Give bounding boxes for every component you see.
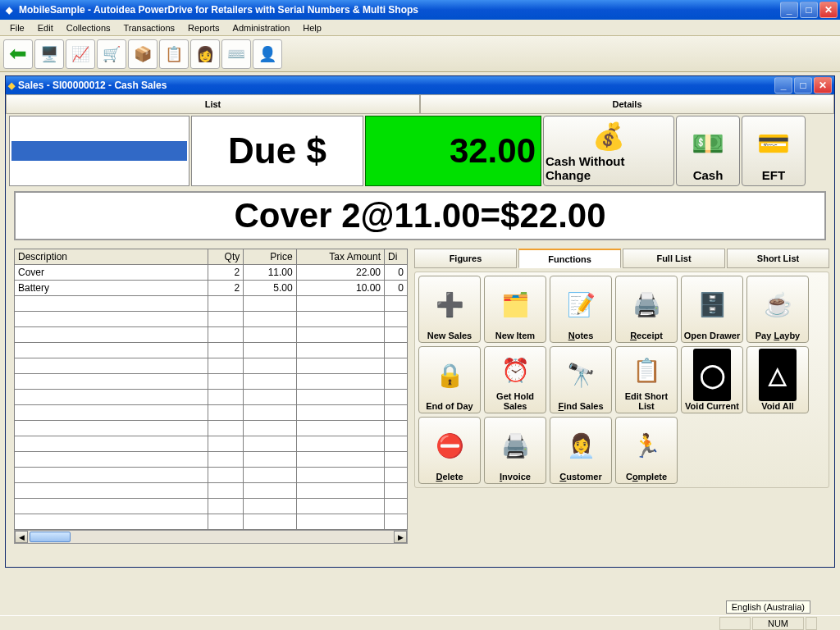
close-icon[interactable]: ✕ bbox=[819, 2, 838, 18]
invoice-printer-icon: 🖨️ bbox=[501, 419, 530, 472]
customer-button[interactable]: 👩‍💼Customer bbox=[550, 417, 612, 484]
cart-icon[interactable]: 🛒 bbox=[97, 39, 126, 69]
table-row[interactable] bbox=[15, 499, 408, 514]
table-row[interactable] bbox=[15, 405, 408, 421]
moneybag-icon: 💰 bbox=[592, 118, 625, 154]
maximize-icon[interactable]: □ bbox=[800, 2, 818, 18]
clipboard-icon: 📋 bbox=[632, 349, 661, 391]
table-cell bbox=[15, 468, 208, 483]
blue-selection-bar bbox=[11, 141, 187, 161]
table-row[interactable] bbox=[15, 514, 408, 530]
tab-details[interactable]: Details bbox=[420, 94, 834, 114]
inner-close-icon[interactable]: ✕ bbox=[814, 77, 832, 94]
table-row[interactable] bbox=[15, 468, 408, 483]
table-row[interactable] bbox=[15, 390, 408, 405]
table-cell bbox=[296, 483, 384, 499]
table-row[interactable] bbox=[15, 483, 408, 499]
edit-short-list-button[interactable]: 📋Edit Short List bbox=[615, 346, 678, 413]
table-row[interactable]: Cover211.0022.000 bbox=[15, 265, 408, 281]
new-item-button[interactable]: 🗂️New Item bbox=[484, 276, 546, 343]
inner-maximize-icon[interactable]: □ bbox=[794, 77, 812, 94]
table-cell bbox=[385, 296, 408, 312]
table-row[interactable] bbox=[15, 343, 408, 358]
menu-file[interactable]: File bbox=[3, 21, 31, 34]
tab-list[interactable]: List bbox=[6, 94, 420, 114]
new-sales-button[interactable]: ➕New Sales bbox=[418, 276, 481, 343]
eft-button[interactable]: 💳 EFT bbox=[742, 116, 806, 186]
scroll-thumb[interactable] bbox=[30, 532, 71, 542]
cash-button[interactable]: 💵 Cash bbox=[676, 116, 740, 186]
status-num: NUM bbox=[752, 617, 804, 630]
table-cell bbox=[244, 499, 296, 514]
col-description[interactable]: Description bbox=[15, 249, 208, 265]
table-cell bbox=[208, 499, 244, 514]
col-tax-amount[interactable]: Tax Amount bbox=[296, 249, 384, 265]
table-row[interactable] bbox=[15, 296, 408, 312]
scroll-left-icon[interactable]: ◀ bbox=[15, 531, 28, 543]
table-row[interactable] bbox=[15, 327, 408, 343]
menu-help[interactable]: Help bbox=[296, 21, 328, 34]
table-cell bbox=[15, 312, 208, 327]
inner-minimize-icon[interactable]: _ bbox=[774, 77, 792, 94]
tab-short-list[interactable]: Short List bbox=[727, 249, 829, 268]
scroll-right-icon[interactable]: ▶ bbox=[394, 531, 407, 543]
table-cell bbox=[208, 374, 244, 390]
table-row[interactable] bbox=[15, 312, 408, 327]
tab-full-list[interactable]: Full List bbox=[623, 249, 725, 268]
end-of-day-button[interactable]: 🔒End of Day bbox=[418, 346, 481, 413]
table-row[interactable] bbox=[15, 374, 408, 390]
menu-collections[interactable]: Collections bbox=[60, 21, 117, 34]
col-qty[interactable]: Qty bbox=[208, 249, 244, 265]
table-cell bbox=[385, 452, 408, 468]
keyboard-icon[interactable]: ⌨️ bbox=[221, 39, 251, 69]
menu-administration[interactable]: Administration bbox=[226, 21, 297, 34]
notes-icon: 📝 bbox=[567, 278, 596, 331]
terminal-icon[interactable]: 🖥️ bbox=[34, 39, 64, 69]
due-browse-bar[interactable] bbox=[9, 116, 189, 186]
table-cell bbox=[244, 514, 296, 530]
back-icon[interactable]: ⬅ bbox=[3, 39, 33, 69]
table-cell: 22.00 bbox=[296, 265, 384, 281]
table-row[interactable] bbox=[15, 358, 408, 374]
pay-layby-button[interactable]: ☕Pay Layby bbox=[746, 276, 809, 343]
chart-icon[interactable]: 📈 bbox=[66, 39, 95, 69]
table-cell bbox=[244, 452, 296, 468]
table-row[interactable]: Battery25.0010.000 bbox=[15, 281, 408, 296]
agent-icon[interactable]: 👩 bbox=[190, 39, 220, 69]
invoice-button[interactable]: 🖨️Invoice bbox=[484, 417, 546, 484]
col-price[interactable]: Price bbox=[244, 249, 296, 265]
void-current-button[interactable]: ◯Void Current bbox=[681, 346, 743, 413]
get-hold-sales-button[interactable]: ⏰Get Hold Sales bbox=[484, 346, 546, 413]
notes-button[interactable]: 📝Notes bbox=[550, 276, 612, 343]
tab-figures[interactable]: Figures bbox=[414, 249, 517, 268]
menu-reports[interactable]: Reports bbox=[181, 21, 226, 34]
menu-transactions[interactable]: Transactions bbox=[117, 21, 182, 34]
table-row[interactable] bbox=[15, 421, 408, 436]
receipt-button[interactable]: 🖨️Receipt bbox=[615, 276, 678, 343]
items-table[interactable]: Description Qty Price Tax Amount Di Cove… bbox=[14, 249, 408, 530]
table-cell bbox=[296, 312, 384, 327]
sub-tabs: Figures Functions Full List Short List bbox=[414, 249, 829, 268]
table-cell bbox=[244, 358, 296, 374]
cubes-icon[interactable]: 📦 bbox=[128, 39, 158, 69]
open-drawer-button[interactable]: 🗄️Open Drawer bbox=[681, 276, 743, 343]
minimize-icon[interactable]: _ bbox=[780, 2, 798, 18]
cash-without-change-button[interactable]: 💰 Cash Without Change bbox=[543, 116, 674, 186]
person-icon[interactable]: 👤 bbox=[253, 39, 282, 69]
table-cell: 2 bbox=[208, 265, 244, 281]
delete-button[interactable]: ⛔Delete bbox=[418, 417, 481, 484]
table-h-scrollbar[interactable]: ◀ ▶ bbox=[14, 530, 408, 544]
complete-button[interactable]: 🏃Complete bbox=[615, 417, 678, 484]
notes-icon[interactable]: 📋 bbox=[159, 39, 189, 69]
void-all-button[interactable]: △Void All bbox=[746, 346, 809, 413]
find-sales-button[interactable]: 🔭Find Sales bbox=[550, 346, 612, 413]
inner-window-controls: _ □ ✕ bbox=[774, 77, 832, 94]
table-row[interactable] bbox=[15, 452, 408, 468]
tab-functions[interactable]: Functions bbox=[518, 249, 621, 268]
customer-label: Customer bbox=[559, 472, 601, 482]
table-row[interactable] bbox=[15, 436, 408, 452]
col-di[interactable]: Di bbox=[385, 249, 408, 265]
lower-split: Description Qty Price Tax Amount Di Cove… bbox=[6, 249, 834, 567]
eft-label: EFT bbox=[762, 168, 785, 182]
menu-edit[interactable]: Edit bbox=[31, 21, 60, 34]
